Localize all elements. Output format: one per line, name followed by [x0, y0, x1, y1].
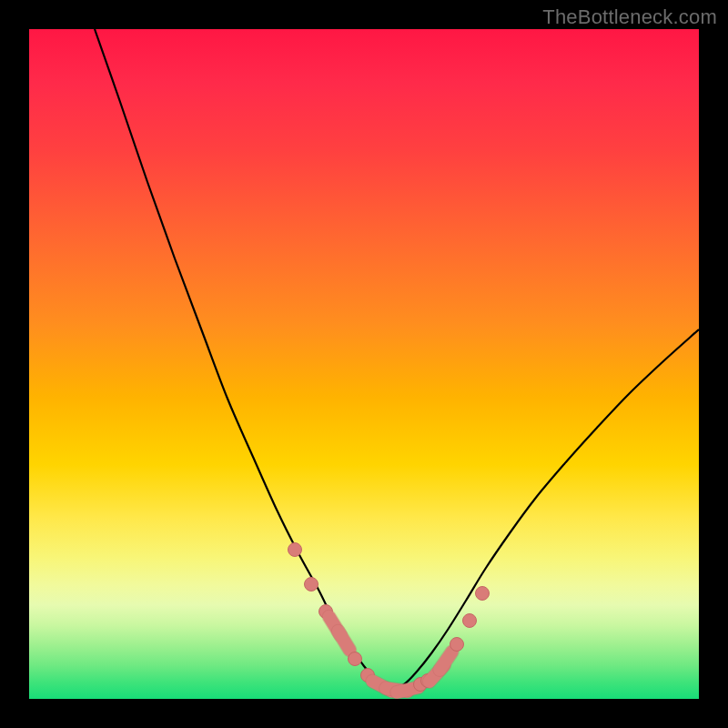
marker-dot: [463, 614, 477, 628]
left-curve: [95, 29, 391, 690]
bottom-markers-group: [288, 543, 490, 693]
marker-dot: [450, 638, 464, 652]
marker-dot: [305, 578, 318, 592]
marker-dot: [476, 587, 490, 601]
marker-dot: [349, 652, 362, 666]
watermark-text: TheBottleneck.com: [542, 5, 717, 29]
marker-dot: [288, 543, 302, 557]
chart-svg: [29, 29, 699, 699]
chart-frame: TheBottleneck.com: [0, 0, 728, 728]
right-curve: [391, 329, 699, 690]
plot-area: [29, 29, 699, 699]
